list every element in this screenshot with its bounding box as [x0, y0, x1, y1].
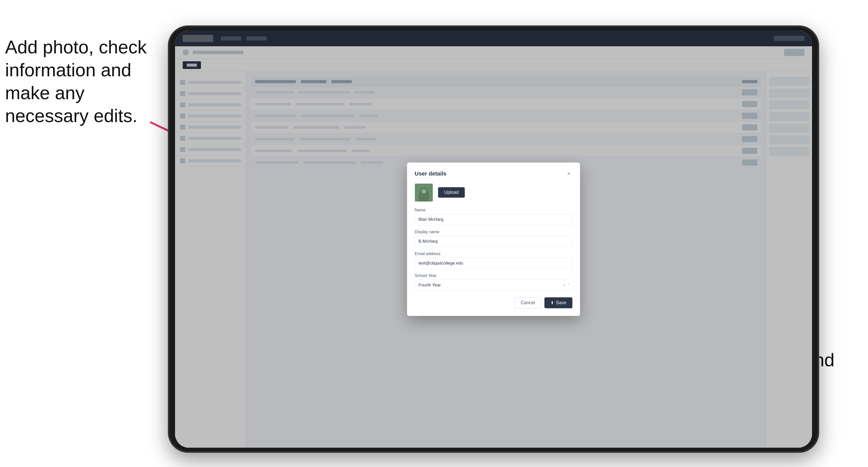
school-year-field-group: School Year × ⌃	[415, 274, 572, 291]
upload-photo-button[interactable]: Upload	[438, 187, 465, 198]
user-details-modal: User details × Upload Name	[407, 162, 580, 316]
school-year-arrow-icon[interactable]: ⌃	[567, 283, 570, 287]
modal-close-button[interactable]: ×	[565, 170, 572, 177]
modal-overlay: User details × Upload Name	[175, 31, 812, 448]
school-year-clear-icon[interactable]: ×	[563, 283, 566, 287]
display-name-label: Display name	[415, 230, 572, 234]
display-name-field-group: Display name	[415, 230, 572, 247]
modal-title: User details	[415, 170, 446, 177]
school-year-wrapper: × ⌃	[415, 280, 572, 291]
modal-header: User details ×	[415, 170, 572, 177]
annotation-left: Add photo, check information and make an…	[5, 36, 148, 127]
save-button-label: Save	[556, 300, 566, 306]
photo-section: Upload	[415, 183, 572, 202]
email-field-group: Email address	[415, 252, 572, 269]
school-year-label: School Year	[415, 274, 572, 278]
name-input[interactable]	[415, 214, 572, 225]
email-input[interactable]	[415, 258, 572, 269]
screen-content: User details × Upload Name	[175, 31, 812, 448]
tablet-device: User details × Upload Name	[168, 25, 819, 453]
school-year-controls: × ⌃	[563, 283, 570, 287]
modal-actions: Cancel ⬆ Save	[415, 297, 572, 308]
school-year-input[interactable]	[415, 280, 572, 291]
save-icon: ⬆	[551, 301, 554, 305]
name-label: Name	[415, 208, 572, 212]
save-button[interactable]: ⬆ Save	[545, 297, 572, 308]
photo-figure	[419, 187, 429, 201]
email-label: Email address	[415, 252, 572, 256]
tablet-screen: User details × Upload Name	[175, 31, 812, 448]
name-field-group: Name	[415, 208, 572, 225]
display-name-input[interactable]	[415, 236, 572, 247]
user-photo-thumbnail	[415, 183, 433, 202]
cancel-button[interactable]: Cancel	[515, 297, 541, 308]
